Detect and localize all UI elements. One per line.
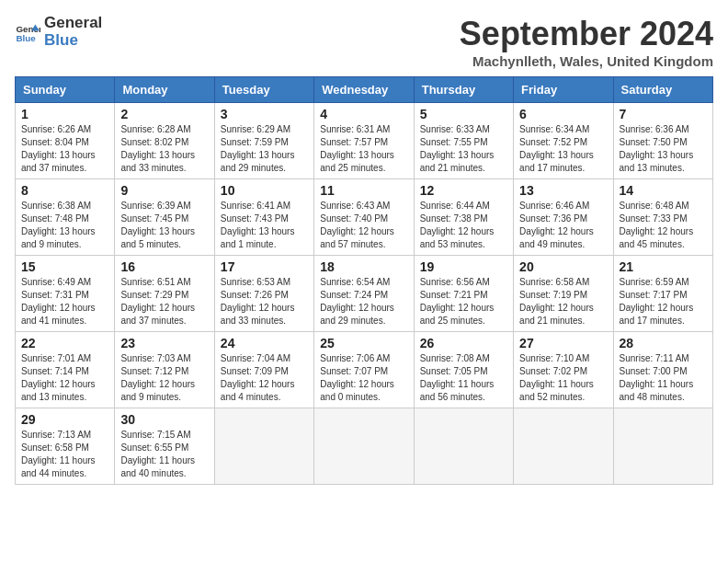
- day-info: Sunrise: 6:39 AM Sunset: 7:45 PM Dayligh…: [120, 200, 208, 251]
- day-number: 30: [120, 412, 208, 427]
- day-number: 25: [320, 336, 407, 350]
- day-number: 10: [221, 183, 308, 198]
- month-title: September 2024: [460, 15, 713, 53]
- calendar-cell: 13Sunrise: 6:46 AM Sunset: 7:36 PM Dayli…: [514, 179, 613, 256]
- day-info: Sunrise: 6:26 AM Sunset: 8:04 PM Dayligh…: [21, 123, 108, 175]
- day-info: Sunrise: 7:13 AM Sunset: 6:58 PM Dayligh…: [21, 429, 108, 480]
- calendar-cell: 8Sunrise: 6:38 AM Sunset: 7:48 PM Daylig…: [16, 179, 115, 256]
- day-info: Sunrise: 6:31 AM Sunset: 7:57 PM Dayligh…: [320, 123, 407, 175]
- logo-general: General: [44, 15, 102, 32]
- day-number: 9: [120, 183, 208, 198]
- day-number: 2: [120, 107, 208, 121]
- calendar-cell: 19Sunrise: 6:56 AM Sunset: 7:21 PM Dayli…: [414, 256, 513, 332]
- day-number: 27: [519, 336, 607, 350]
- day-info: Sunrise: 7:15 AM Sunset: 6:55 PM Dayligh…: [120, 429, 208, 480]
- calendar-cell: [613, 408, 712, 485]
- day-info: Sunrise: 6:29 AM Sunset: 7:59 PM Dayligh…: [221, 123, 308, 175]
- day-info: Sunrise: 7:06 AM Sunset: 7:07 PM Dayligh…: [320, 352, 407, 404]
- day-info: Sunrise: 7:08 AM Sunset: 7:05 PM Dayligh…: [420, 352, 507, 404]
- day-number: 23: [120, 336, 208, 350]
- day-info: Sunrise: 6:41 AM Sunset: 7:43 PM Dayligh…: [221, 200, 308, 251]
- calendar-cell: 17Sunrise: 6:53 AM Sunset: 7:26 PM Dayli…: [214, 256, 313, 332]
- calendar-cell: 2Sunrise: 6:28 AM Sunset: 8:02 PM Daylig…: [115, 103, 214, 179]
- calendar-cell: 11Sunrise: 6:43 AM Sunset: 7:40 PM Dayli…: [314, 179, 414, 256]
- day-info: Sunrise: 6:33 AM Sunset: 7:55 PM Dayligh…: [420, 123, 507, 175]
- day-info: Sunrise: 6:54 AM Sunset: 7:24 PM Dayligh…: [320, 276, 407, 327]
- day-number: 6: [519, 107, 607, 121]
- day-number: 17: [221, 259, 308, 274]
- week-row-5: 29Sunrise: 7:13 AM Sunset: 6:58 PM Dayli…: [16, 408, 713, 485]
- weekday-header-wednesday: Wednesday: [314, 77, 414, 103]
- calendar-cell: 5Sunrise: 6:33 AM Sunset: 7:55 PM Daylig…: [414, 103, 513, 179]
- calendar-cell: 26Sunrise: 7:08 AM Sunset: 7:05 PM Dayli…: [414, 332, 513, 408]
- calendar-cell: [314, 408, 414, 485]
- calendar-cell: 24Sunrise: 7:04 AM Sunset: 7:09 PM Dayli…: [214, 332, 313, 408]
- weekday-header-tuesday: Tuesday: [214, 77, 313, 103]
- day-info: Sunrise: 6:53 AM Sunset: 7:26 PM Dayligh…: [221, 276, 308, 327]
- day-number: 26: [420, 336, 507, 350]
- weekday-header-monday: Monday: [115, 77, 214, 103]
- day-number: 19: [420, 259, 507, 274]
- day-info: Sunrise: 6:38 AM Sunset: 7:48 PM Dayligh…: [21, 200, 108, 251]
- logo-blue: Blue: [44, 32, 102, 50]
- calendar-cell: [514, 408, 613, 485]
- day-number: 12: [420, 183, 507, 198]
- day-info: Sunrise: 6:36 AM Sunset: 7:50 PM Dayligh…: [620, 123, 707, 175]
- day-info: Sunrise: 6:59 AM Sunset: 7:17 PM Dayligh…: [620, 276, 707, 327]
- day-number: 8: [21, 183, 108, 198]
- calendar-cell: 9Sunrise: 6:39 AM Sunset: 7:45 PM Daylig…: [115, 179, 214, 256]
- calendar-cell: 21Sunrise: 6:59 AM Sunset: 7:17 PM Dayli…: [613, 256, 712, 332]
- day-number: 18: [320, 259, 407, 274]
- day-number: 16: [120, 259, 208, 274]
- day-number: 21: [620, 259, 707, 274]
- calendar-cell: [414, 408, 513, 485]
- calendar-cell: 18Sunrise: 6:54 AM Sunset: 7:24 PM Dayli…: [314, 256, 414, 332]
- calendar-cell: 3Sunrise: 6:29 AM Sunset: 7:59 PM Daylig…: [214, 103, 313, 179]
- day-info: Sunrise: 6:46 AM Sunset: 7:36 PM Dayligh…: [519, 200, 607, 251]
- svg-text:Blue: Blue: [16, 32, 36, 42]
- calendar-cell: 16Sunrise: 6:51 AM Sunset: 7:29 PM Dayli…: [115, 256, 214, 332]
- calendar-cell: 27Sunrise: 7:10 AM Sunset: 7:02 PM Dayli…: [514, 332, 613, 408]
- day-number: 24: [221, 336, 308, 350]
- day-info: Sunrise: 6:28 AM Sunset: 8:02 PM Dayligh…: [120, 123, 208, 175]
- weekday-header-friday: Friday: [514, 77, 613, 103]
- calendar-cell: 30Sunrise: 7:15 AM Sunset: 6:55 PM Dayli…: [115, 408, 214, 485]
- day-info: Sunrise: 7:11 AM Sunset: 7:00 PM Dayligh…: [620, 352, 707, 404]
- day-number: 15: [21, 259, 108, 274]
- day-info: Sunrise: 6:56 AM Sunset: 7:21 PM Dayligh…: [420, 276, 507, 327]
- day-info: Sunrise: 6:44 AM Sunset: 7:38 PM Dayligh…: [420, 200, 507, 251]
- calendar-cell: 20Sunrise: 6:58 AM Sunset: 7:19 PM Dayli…: [514, 256, 613, 332]
- day-number: 13: [519, 183, 607, 198]
- calendar-table: SundayMondayTuesdayWednesdayThursdayFrid…: [15, 76, 713, 485]
- calendar-cell: 15Sunrise: 6:49 AM Sunset: 7:31 PM Dayli…: [16, 256, 115, 332]
- logo: General Blue General Blue: [15, 15, 102, 49]
- title-block: September 2024 Machynlleth, Wales, Unite…: [460, 15, 713, 69]
- day-number: 7: [620, 107, 707, 121]
- calendar-cell: 29Sunrise: 7:13 AM Sunset: 6:58 PM Dayli…: [16, 408, 115, 485]
- calendar-cell: 12Sunrise: 6:44 AM Sunset: 7:38 PM Dayli…: [414, 179, 513, 256]
- day-info: Sunrise: 7:10 AM Sunset: 7:02 PM Dayligh…: [519, 352, 607, 404]
- week-row-1: 1Sunrise: 6:26 AM Sunset: 8:04 PM Daylig…: [16, 103, 713, 179]
- calendar-cell: [214, 408, 313, 485]
- calendar-cell: 10Sunrise: 6:41 AM Sunset: 7:43 PM Dayli…: [214, 179, 313, 256]
- calendar-cell: 22Sunrise: 7:01 AM Sunset: 7:14 PM Dayli…: [16, 332, 115, 408]
- day-number: 22: [21, 336, 108, 350]
- calendar-cell: 1Sunrise: 6:26 AM Sunset: 8:04 PM Daylig…: [16, 103, 115, 179]
- calendar-cell: 28Sunrise: 7:11 AM Sunset: 7:00 PM Dayli…: [613, 332, 712, 408]
- weekday-header-row: SundayMondayTuesdayWednesdayThursdayFrid…: [16, 77, 713, 103]
- day-number: 28: [620, 336, 707, 350]
- logo-icon: General Blue: [15, 19, 40, 45]
- day-info: Sunrise: 7:04 AM Sunset: 7:09 PM Dayligh…: [221, 352, 308, 404]
- day-info: Sunrise: 6:49 AM Sunset: 7:31 PM Dayligh…: [21, 276, 108, 327]
- calendar-cell: 7Sunrise: 6:36 AM Sunset: 7:50 PM Daylig…: [613, 103, 712, 179]
- calendar-cell: 6Sunrise: 6:34 AM Sunset: 7:52 PM Daylig…: [514, 103, 613, 179]
- day-number: 1: [21, 107, 108, 121]
- week-row-2: 8Sunrise: 6:38 AM Sunset: 7:48 PM Daylig…: [16, 179, 713, 256]
- day-info: Sunrise: 6:58 AM Sunset: 7:19 PM Dayligh…: [519, 276, 607, 327]
- weekday-header-sunday: Sunday: [16, 77, 115, 103]
- day-number: 14: [620, 183, 707, 198]
- day-number: 3: [221, 107, 308, 121]
- weekday-header-saturday: Saturday: [613, 77, 712, 103]
- location: Machynlleth, Wales, United Kingdom: [460, 53, 713, 69]
- weekday-header-thursday: Thursday: [414, 77, 513, 103]
